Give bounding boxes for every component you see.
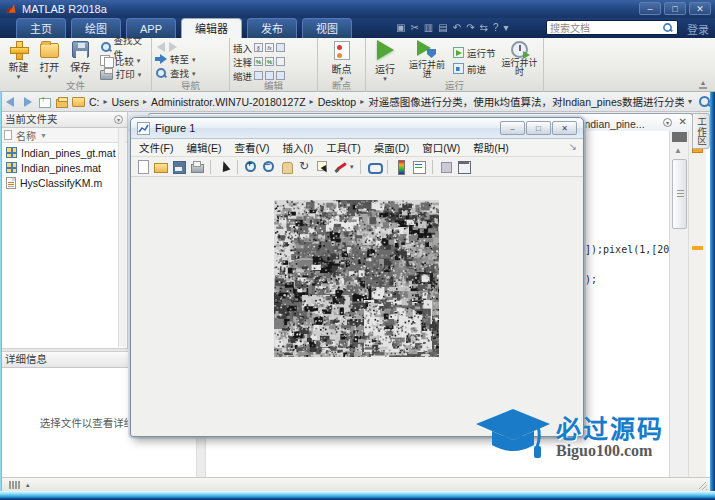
zoom-in-icon[interactable] [244,160,258,174]
figure-close-button[interactable]: ✕ [552,121,577,135]
print-icon[interactable] [190,160,204,174]
link-plot-icon[interactable] [367,160,381,174]
breadcrumb-segment[interactable]: 对遥感图像进行分类，使用k均值算法，对Indian_pines数据进行分类 [368,94,684,109]
figure-menu-item[interactable]: 桌面(D) [374,140,410,155]
paste-icon[interactable]: ▤ [438,21,447,35]
forward-icon[interactable] [169,42,177,52]
ribbon-tabs: 主页绘图APP编辑器发布视图 [16,18,352,38]
minimize-button[interactable]: – [639,2,661,15]
group-label-edit: 编辑 [230,79,317,92]
file-item[interactable]: Indian_pines.mat [0,160,127,175]
dock-figure-icon[interactable] [457,160,471,174]
back-arrow-icon[interactable] [4,95,17,108]
tab-options-icon[interactable]: ▾ [663,118,672,127]
undo-icon[interactable]: ↶ [453,21,461,35]
save-icon [72,41,89,58]
search-icon[interactable] [662,22,672,32]
run-time-button[interactable]: 运行并计时 [500,40,540,81]
figure-menu-item[interactable]: 编辑(E) [186,140,221,155]
edit-plot-icon[interactable] [217,160,231,174]
insert-button[interactable]: 插入 § fx [233,41,314,54]
open-button[interactable]: 打开▾ [34,40,65,81]
breakpoints-button[interactable]: 断点▾ [321,40,362,81]
figure-menu-item[interactable]: 插入(I) [282,140,313,155]
address-dropdown-icon[interactable]: ▾ [688,97,692,106]
window-border-bottom [0,491,715,500]
file-item[interactable]: HysClassifyKM.m [0,175,127,190]
save-button[interactable]: 保存▾ [65,40,96,81]
run-section-icon [453,47,464,58]
goto-button[interactable]: 转至▾ [155,53,226,65]
comment-button[interactable]: 注释 % % [233,55,314,68]
colorbar-icon[interactable] [394,160,408,174]
save-figure-icon[interactable] [172,160,186,174]
pan-icon[interactable] [280,160,294,174]
help-icon[interactable]: ? [493,21,499,35]
panel-menu-icon[interactable]: ▾ [114,115,123,124]
scrollbar-thumb[interactable] [672,159,687,229]
status-caret-icon[interactable]: ▴ [26,481,30,489]
figure-menu-item[interactable]: 工具(T) [326,140,360,155]
ribbon-tab-5[interactable]: 视图 [302,18,352,38]
sign-in-link[interactable]: 登录 [687,21,709,37]
tab-close-icon[interactable]: ✕ [679,116,687,127]
resize-grip[interactable] [699,482,707,490]
figure-title-bar[interactable]: Figure 1 – □ ✕ [131,118,583,139]
dropdown-icon[interactable]: ▾ [503,21,508,35]
breadcrumb-segment[interactable]: C: [89,96,100,108]
switch-window-icon[interactable]: ⇆ [480,21,488,35]
workspace-tab[interactable]: 工作区 [692,113,710,149]
open-file-icon[interactable] [154,160,168,174]
cut-icon[interactable]: ✂ [410,21,418,35]
find-button[interactable]: 查找▾ [155,67,226,79]
new-script-button[interactable]: 新建▾ [3,40,34,81]
file-item[interactable]: Indian_pines_gt.mat [0,145,127,160]
forward-arrow-icon[interactable] [21,95,34,108]
doc-search-box[interactable]: 搜索文档 [546,20,678,35]
legend-icon[interactable] [412,160,426,174]
up-one-level-icon[interactable] [38,95,51,108]
figure-menu-item[interactable]: 帮助(H) [473,140,509,155]
figure-minimize-button[interactable]: – [500,121,525,135]
ribbon-tab-3[interactable]: 编辑器 [181,18,242,38]
hide-plot-tools-icon[interactable] [439,160,453,174]
figure-menu-item[interactable]: 查看(V) [234,140,269,155]
figure-menu-item[interactable]: 文件(F) [139,140,173,155]
figure-menu-item[interactable]: 窗口(W) [422,140,460,155]
breadcrumb[interactable]: C:▸Users▸Administrator.WIN7U-20180127Z▸D… [89,94,684,109]
breadcrumb-separator: ▸ [143,97,147,106]
copy-icon[interactable]: ▥ [424,21,433,35]
scrollbar-up-icon[interactable]: ▲ [674,146,682,155]
zoom-out-icon[interactable] [262,160,276,174]
dock-arrow-icon[interactable]: ↘ [569,141,577,152]
collapse-ribbon-button[interactable]: ▴ [699,79,707,89]
run-advance-button[interactable]: 运行并前进 [405,40,449,81]
browse-folder-icon[interactable] [55,95,68,108]
rotate-3d-icon[interactable] [298,160,312,174]
new-figure-icon[interactable] [136,160,150,174]
analyzer-warning-marker[interactable] [692,246,703,250]
save-icon[interactable]: ▣ [396,21,405,35]
file-list-scrollbar[interactable] [118,128,126,347]
breadcrumb-segment[interactable]: Administrator.WIN7U-20180127Z [151,96,306,108]
compare-button[interactable]: 比较▾ [100,55,148,67]
data-cursor-icon[interactable] [316,160,330,174]
run-section-button[interactable]: 运行节 [453,47,496,59]
ribbon-tab-0[interactable]: 主页 [16,18,66,38]
figure-maximize-button[interactable]: □ [526,121,551,135]
ribbon-tab-4[interactable]: 发布 [247,18,297,38]
brush-dropdown-icon[interactable]: ▾ [350,163,354,171]
redo-icon[interactable]: ↷ [466,21,474,35]
advance-button[interactable]: 前进 [453,63,496,75]
close-button[interactable]: ✕ [689,2,711,15]
maximize-button[interactable]: □ [664,2,686,15]
breadcrumb-segment[interactable]: Desktop [318,96,357,108]
back-icon[interactable] [157,42,165,52]
find-files-button[interactable]: 查找文件 [100,41,148,53]
breadcrumb-segment[interactable]: Users [112,96,139,108]
run-button[interactable]: 运行▾ [369,40,401,81]
file-list-header[interactable]: 名称 ▼ [0,128,127,143]
matlab-window: MATLAB R2018a – □ ✕ 主页绘图APP编辑器发布视图 ▣✂▥▤↶… [0,0,715,500]
brush-icon[interactable] [334,160,348,174]
status-bars-icon[interactable] [9,481,23,489]
